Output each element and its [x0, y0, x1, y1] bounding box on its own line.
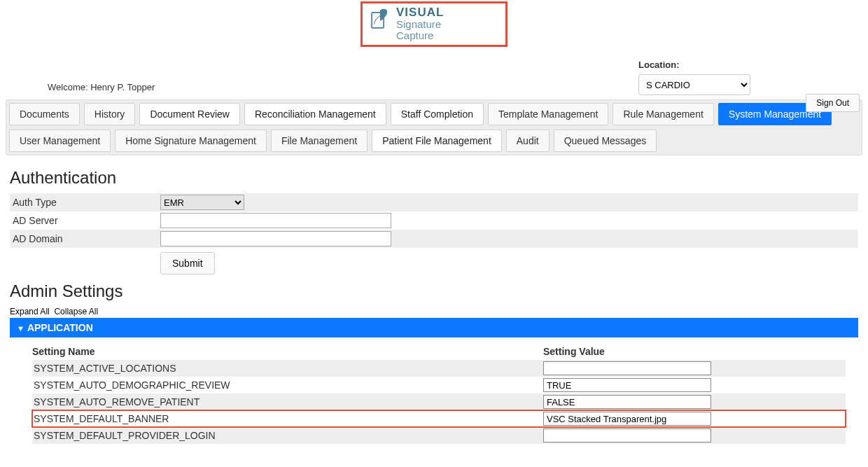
column-setting-value: Setting Value	[543, 346, 605, 357]
location-label: Location:	[638, 60, 750, 70]
collapse-all-link[interactable]: Collapse All	[54, 307, 98, 316]
location-select[interactable]: S CARDIO	[638, 74, 750, 95]
setting-value-input[interactable]	[543, 361, 711, 375]
application-group-header[interactable]: ▼APPLICATION	[10, 318, 858, 337]
column-setting-name: Setting Name	[32, 346, 543, 357]
tab-template-management[interactable]: Template Management	[488, 103, 608, 125]
submit-button[interactable]: Submit	[160, 252, 215, 274]
setting-row: SYSTEM_AUTO_REMOVE_PATIENT	[32, 393, 846, 410]
logo-line-3: Capture	[396, 30, 444, 41]
product-logo: VISUAL Signature Capture	[360, 1, 507, 47]
main-tabs: DocumentsHistoryDocument ReviewReconcili…	[6, 99, 862, 155]
feather-tablet-icon	[368, 8, 392, 32]
tab-reconciliation-management[interactable]: Reconciliation Management	[244, 103, 386, 125]
setting-value-input[interactable]	[543, 378, 711, 392]
sign-out-button[interactable]: Sign Out	[806, 94, 860, 112]
tab-patient-file-management[interactable]: Patient File Management	[372, 130, 502, 152]
welcome-text: Welcome: Henry P. Topper	[48, 82, 155, 92]
tab-document-review[interactable]: Document Review	[139, 103, 240, 125]
setting-name: SYSTEM_DEFAULT_BANNER	[32, 413, 543, 424]
setting-row: SYSTEM_ACTIVE_LOCATIONS	[32, 360, 846, 377]
setting-value-input[interactable]	[543, 428, 711, 442]
ad-domain-label: AD Domain	[10, 233, 160, 244]
tab-audit[interactable]: Audit	[506, 130, 550, 152]
setting-row: SYSTEM_AUTO_DEMOGRAPHIC_REVIEW	[32, 377, 846, 393]
tab-staff-completion[interactable]: Staff Completion	[391, 103, 484, 125]
chevron-down-icon: ▼	[17, 324, 24, 333]
ad-server-input[interactable]	[160, 213, 391, 228]
tab-file-management[interactable]: File Management	[271, 130, 368, 152]
setting-name: SYSTEM_DEFAULT_PROVIDER_LOGIN	[32, 430, 543, 441]
welcome-user: Henry P. Topper	[90, 82, 155, 92]
application-group-title: APPLICATION	[27, 322, 93, 333]
setting-value-input[interactable]	[543, 412, 711, 426]
logo-line-1: VISUAL	[396, 6, 444, 19]
tab-rule-management[interactable]: Rule Management	[612, 103, 713, 125]
setting-name: SYSTEM_AUTO_DEMOGRAPHIC_REVIEW	[32, 379, 543, 391]
ad-domain-input[interactable]	[160, 231, 391, 246]
tab-home-signature-management[interactable]: Home Signature Management	[115, 130, 267, 152]
setting-name: SYSTEM_AUTO_REMOVE_PATIENT	[32, 396, 543, 407]
setting-name: SYSTEM_ACTIVE_LOCATIONS	[32, 363, 543, 374]
tab-history[interactable]: History	[84, 103, 136, 125]
setting-row: SYSTEM_DEFAULT_PROVIDER_LOGIN	[32, 427, 846, 444]
ad-server-label: AD Server	[10, 215, 160, 226]
setting-value-input[interactable]	[543, 395, 711, 409]
auth-type-label: Auth Type	[10, 197, 160, 208]
auth-type-select[interactable]: EMR	[160, 195, 244, 210]
tab-user-management[interactable]: User Management	[9, 130, 111, 152]
setting-row: SYSTEM_DEFAULT_BANNER	[32, 410, 846, 427]
tab-queued-messages[interactable]: Queued Messages	[554, 130, 657, 152]
product-name: VISUAL Signature Capture	[396, 6, 444, 41]
authentication-heading: Authentication	[10, 168, 858, 188]
logo-line-2: Signature	[396, 19, 444, 30]
welcome-prefix: Welcome:	[48, 82, 88, 92]
admin-settings-heading: Admin Settings	[10, 281, 858, 301]
tab-documents[interactable]: Documents	[9, 103, 80, 125]
expand-all-link[interactable]: Expand All	[10, 307, 50, 316]
